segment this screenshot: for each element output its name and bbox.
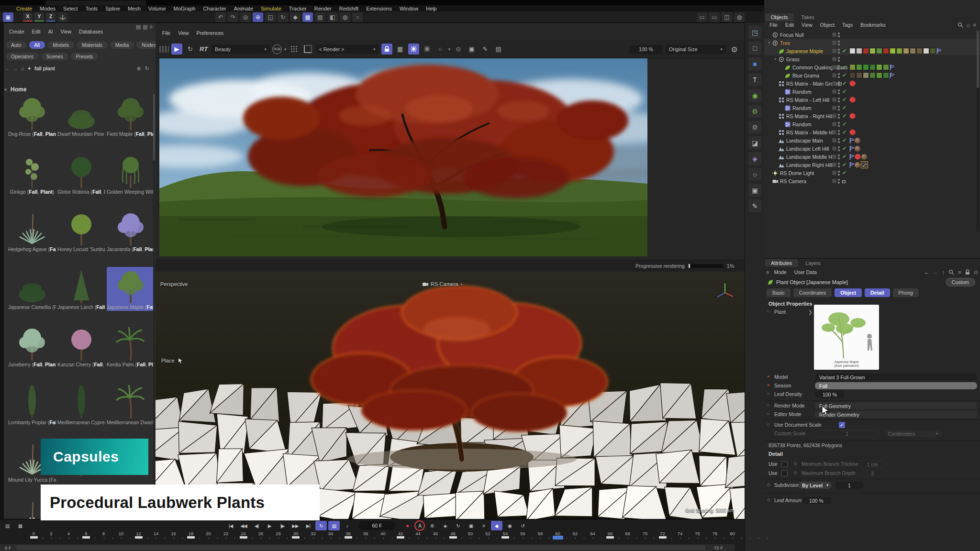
viewport-solo-icon[interactable]: ◳ xyxy=(748,26,761,39)
object-row-rs-matrix-left-hill[interactable]: RS Matrix - Left Hill✓ xyxy=(764,96,980,104)
back-icon[interactable]: ← xyxy=(5,66,10,71)
team-render-icon[interactable]: ◍ xyxy=(734,12,745,22)
custom-scale-unit-dropdown[interactable]: Centimeters▾ xyxy=(884,430,942,437)
loop-mode-button[interactable]: ↻ xyxy=(315,521,327,530)
menu-select[interactable]: Select xyxy=(59,6,82,11)
texture-mode-icon[interactable]: T xyxy=(748,73,761,86)
material-tag[interactable] xyxy=(863,64,869,70)
live-selection-icon[interactable]: ◎ xyxy=(240,12,251,22)
rotate-icon[interactable]: ↻ xyxy=(278,12,288,22)
size-dropdown[interactable]: Original Size▾ xyxy=(666,45,726,54)
ruler-frame-16[interactable]: 16 xyxy=(168,531,179,536)
ruler-frame-54[interactable]: 54 xyxy=(500,531,511,536)
keyframe-marker[interactable] xyxy=(659,536,667,539)
back-arrow-icon[interactable]: ← xyxy=(924,269,929,275)
menu-spline[interactable]: Spline xyxy=(101,6,124,11)
redshift-tag-icon[interactable] xyxy=(849,97,856,103)
ruler-frame-14[interactable]: 14 xyxy=(151,531,161,536)
asset-item-japanese[interactable]: Japanese Maple (Fall, ... xyxy=(107,267,155,311)
enabled-check-icon[interactable]: ✓ xyxy=(842,80,846,87)
view-label[interactable]: Perspective xyxy=(160,281,188,287)
menu-mesh[interactable]: Mesh xyxy=(124,6,145,11)
asset-item-dwarf[interactable]: Dwarf Mountain Pine (... xyxy=(57,94,105,138)
render-settings-icon[interactable]: ◫ xyxy=(722,12,732,22)
ruler-frame-22[interactable]: 22 xyxy=(221,531,231,536)
axis-gizmo-icon[interactable] xyxy=(714,280,736,302)
list-view-icon[interactable]: ▥ xyxy=(143,24,147,30)
subdivision-mode-dropdown[interactable]: By Level▾ xyxy=(798,482,832,489)
material-sphere-tag[interactable] xyxy=(855,138,860,143)
asset-item-mediterranean[interactable]: Mediterranean Dwarf ... xyxy=(107,382,155,426)
material-tag[interactable] xyxy=(890,48,896,54)
snapshot-compare-icon[interactable] xyxy=(422,44,433,55)
current-frame-field[interactable]: 60 F xyxy=(359,521,395,530)
material-tag[interactable] xyxy=(883,64,889,70)
axis-lock-y-button[interactable]: Y xyxy=(34,12,44,22)
filter-presets[interactable]: Presets xyxy=(71,53,99,60)
rgb-channel-icon[interactable]: RGB xyxy=(272,44,282,54)
redshift-tag-icon[interactable] xyxy=(849,129,856,135)
material-tag[interactable] xyxy=(876,64,882,70)
objects-menu-tags[interactable]: Tags xyxy=(839,22,856,28)
timeline-keys-icon[interactable]: ▦ xyxy=(14,521,26,530)
visibility-dots[interactable] xyxy=(838,41,840,45)
object-row-rs-dome-light[interactable]: RS Dome Light✓ xyxy=(764,169,980,177)
next-frame-button[interactable]: |▶ xyxy=(277,521,288,530)
attr-tab-coordinates[interactable]: Coordinates xyxy=(793,288,832,297)
layer-chip[interactable] xyxy=(832,57,836,61)
object-row-common-quaking-grass[interactable]: Common Quaking Grass✓ xyxy=(764,63,980,71)
focus-icon[interactable]: ⊙ xyxy=(453,44,464,55)
menu-simulate[interactable]: Simulate xyxy=(257,6,285,11)
asset-item-hedgehog[interactable]: Hedgehog Agave (Fall... xyxy=(8,209,56,253)
keyed-dot[interactable]: ● xyxy=(767,374,769,379)
material-tag[interactable] xyxy=(916,48,923,54)
camera-label[interactable]: RS Camera ▾ xyxy=(423,281,462,287)
asset-menu-edit[interactable]: Edit xyxy=(29,29,44,34)
clear-search-icon[interactable]: ⊗ xyxy=(137,66,141,72)
layer-chip[interactable] xyxy=(832,122,836,126)
visibility-dots[interactable] xyxy=(838,106,840,110)
search-icon[interactable] xyxy=(948,269,954,275)
lock-icon[interactable] xyxy=(381,44,392,55)
visibility-dots[interactable] xyxy=(838,49,840,54)
ruler-frame-50[interactable]: 50 xyxy=(465,531,476,536)
refresh-render-icon[interactable]: ↻ xyxy=(185,44,196,55)
render-view-menu-view[interactable]: View xyxy=(175,30,192,36)
key-position-button[interactable]: ◈ xyxy=(439,521,451,530)
objects-menu-edit[interactable]: Edit xyxy=(782,22,797,28)
ruler-frame-42[interactable]: 42 xyxy=(395,531,406,536)
render-mode-dropdown[interactable]: Full Geometry xyxy=(815,402,977,409)
filter-media[interactable]: Media xyxy=(110,41,134,49)
camera-toggle-icon[interactable]: ◘ xyxy=(842,178,846,184)
menu-window[interactable]: Window xyxy=(396,6,422,11)
render-view-menu-file[interactable]: File xyxy=(159,30,173,36)
leaf-amount-field[interactable]: 100 % xyxy=(802,497,831,504)
lock-icon[interactable] xyxy=(965,269,970,275)
object-row-rs-matrix-middle-hill[interactable]: RS Matrix - Middle Hill✓ xyxy=(764,128,980,136)
goto-end-button[interactable]: ▶| xyxy=(302,521,314,530)
object-row-landscape-left-hill[interactable]: Landscape Left Hill✓ xyxy=(764,144,980,153)
asset-menu-create[interactable]: Create xyxy=(6,29,28,34)
object-row-blue-grama[interactable]: Blue Grama✓ xyxy=(764,71,980,79)
material-tag[interactable] xyxy=(856,64,862,70)
enabled-check-icon[interactable]: ✓ xyxy=(842,105,846,111)
forward-arrow-icon[interactable]: → xyxy=(933,269,938,275)
asset-item-kentia[interactable]: Kentia Palm (Fall, Plant) xyxy=(107,324,155,368)
annotation-flag-icon[interactable] xyxy=(849,146,854,152)
material-tag[interactable] xyxy=(856,48,862,54)
material-tag[interactable] xyxy=(910,48,916,54)
forward-icon[interactable]: → xyxy=(13,66,18,71)
ruler-frame-0[interactable]: 0 xyxy=(29,531,39,536)
param-diamond[interactable]: ◇ xyxy=(767,482,770,487)
visibility-dots[interactable] xyxy=(838,171,840,176)
rt-label[interactable]: RT xyxy=(198,45,209,53)
material-tag[interactable] xyxy=(876,48,882,54)
tab-takes[interactable]: Takes xyxy=(796,13,820,21)
timeline-ruler[interactable]: 0246810121416182022242628303234363840424… xyxy=(0,531,745,543)
enabled-check-icon[interactable]: ✓ xyxy=(842,64,846,70)
keyframe-settings-button[interactable]: ⚙ xyxy=(426,521,438,530)
menu-animate[interactable]: Animate xyxy=(230,6,257,11)
enabled-check-icon[interactable]: ✓ xyxy=(842,145,846,152)
start-ipr-button[interactable]: ▶ xyxy=(171,44,182,55)
snapshot-icon[interactable] xyxy=(408,44,419,55)
